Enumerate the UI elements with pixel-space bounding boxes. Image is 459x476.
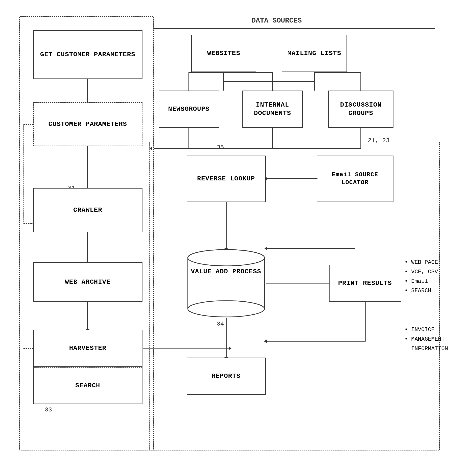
arrow-get-to-customer <box>87 79 88 102</box>
reports-box: REPORTS <box>187 357 266 395</box>
search-box: SEARCH <box>33 367 142 404</box>
arrow-crawler-to-archive <box>87 232 88 262</box>
websites-box: WEBSITES <box>191 35 256 72</box>
print-to-reports-v <box>365 302 366 341</box>
arrow-customer-to-crawler <box>87 146 88 188</box>
dashed-v-1 <box>24 124 24 224</box>
arrow-archive-to-harvester <box>87 302 88 330</box>
crawler-box: CRAWLER <box>33 188 142 232</box>
ng-line-h <box>188 72 273 73</box>
value-add-cylinder: VALUE ADD PROCESS <box>187 248 266 318</box>
data-sources-label: DATA SOURCES <box>252 17 302 25</box>
svg-point-2 <box>188 301 265 317</box>
top-h-connector <box>223 81 314 82</box>
dg-line-h <box>314 72 361 73</box>
data-sources-line <box>154 28 435 29</box>
invoice-list: • INVOICE • MANAGEMENT INFORMATION <box>405 325 448 353</box>
arrow-reverse-to-value <box>226 202 227 248</box>
num-34-label: 34 <box>217 320 224 327</box>
reverse-lookup-box: REVERSE LOOKUP <box>187 156 266 202</box>
svg-point-3 <box>188 250 265 266</box>
harvester-box: HARVESTER <box>33 330 142 367</box>
arrow-value-to-reports <box>226 318 227 357</box>
dashed-h-harvester <box>24 348 33 349</box>
print-to-reports-h <box>266 341 366 341</box>
newsgroups-box: NEWSGROUPS <box>159 91 219 128</box>
dashed-h-1 <box>24 124 33 125</box>
customer-params-box: CUSTOMER PARAMETERS <box>33 102 142 146</box>
email-to-value-h <box>267 248 355 249</box>
internal-docs-box: INTERNAL DOCUMENTS <box>242 91 303 128</box>
print-results-box: PRINT RESULTS <box>329 265 401 302</box>
diagram-container: DATA SOURCES WEBSITES MAILING LISTS NEWS… <box>15 12 445 464</box>
get-customer-params-box: GET CUSTOMER PARAMETERS <box>33 30 142 79</box>
id-line-v <box>272 72 273 91</box>
print-list: • WEB PAGE • VCF, CSV • Email • SEARCH <box>405 258 438 296</box>
arrow-email-to-reverse <box>267 178 318 179</box>
mailing-lists-box: MAILING LISTS <box>282 35 347 72</box>
ng-line-v <box>188 72 189 91</box>
num-35-label: 35 <box>217 144 224 151</box>
num-33-label: 33 <box>45 406 52 413</box>
arrow-value-to-print <box>266 283 329 283</box>
email-source-locator-box: Email SOURCE LOCATOR <box>317 156 393 202</box>
email-v-line <box>355 202 355 248</box>
discussion-groups-box: DISCUSSION GROUPS <box>328 91 393 128</box>
dg-line-v <box>361 72 361 91</box>
web-archive-box: WEB ARCHIVE <box>33 262 142 302</box>
